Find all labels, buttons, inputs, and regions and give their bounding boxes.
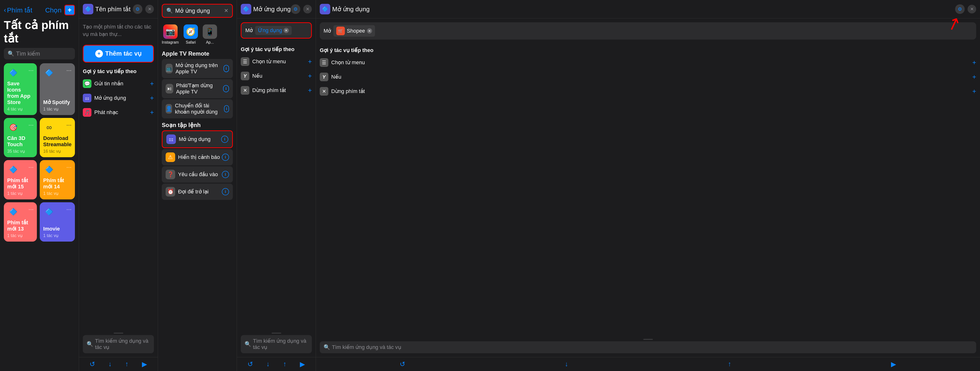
suggestion-stop[interactable]: ✕ Dừng phím tắt +: [316, 84, 980, 99]
download-button[interactable]: ↓: [565, 360, 568, 368]
search-input[interactable]: Mở ứng dụng: [175, 8, 222, 14]
bottom-search-bar[interactable]: 🔍 Tìm kiếm ứng dụng và tác vụ: [83, 335, 154, 353]
page-title: Tất cả phím tắt: [0, 17, 79, 48]
action-open-apple-tv[interactable]: 📺 Mở ứng dụng trên Apple TV i: [162, 59, 233, 78]
shortcut-phim-tat-15[interactable]: 🔷 ··· Phím tắt mới 15 1 tác vụ: [4, 160, 37, 199]
open-action-config[interactable]: Mở Ứng dụng ✕: [241, 22, 312, 38]
share-button[interactable]: ↑: [728, 360, 731, 368]
undo-button[interactable]: ↺: [247, 360, 253, 368]
more-icon[interactable]: ···: [66, 206, 72, 213]
suggestion-send-message[interactable]: 💬 Gửi tin nhắn +: [79, 77, 158, 91]
card-header: 🔷 ···: [7, 163, 33, 176]
shortcut-icon-symbol: 🔷: [322, 6, 328, 12]
bottom-search-bar[interactable]: 🔍 Tìm kiếm ứng dụng và tác vụ: [241, 335, 312, 353]
shortcut-save-icons[interactable]: 🔷 ··· Save Icons from App Store 4 tác vụ: [4, 63, 37, 115]
action-wait-return[interactable]: ⏰ Đợi để trở lại i: [162, 184, 233, 200]
suggestion-choose-menu[interactable]: ☰ Chọn từ menu +: [237, 54, 316, 69]
app-selector[interactable]: Ứng dụng ✕: [255, 26, 291, 35]
app-name: Instagram: [162, 40, 179, 45]
suggestion-choose-menu[interactable]: ☰ Chọn từ menu +: [316, 55, 980, 70]
shortcut-phim-tat-13[interactable]: 🔷 ··· Phím tắt mới 13 1 tác vụ: [4, 202, 37, 241]
suggestion-stop[interactable]: ✕ Dừng phím tắt +: [237, 83, 316, 98]
undo-button[interactable]: ↺: [400, 360, 405, 368]
modal-title[interactable]: Tên phím tắt: [95, 5, 130, 13]
suggestion-play-music[interactable]: 🎵 Phát nhạc +: [79, 105, 158, 120]
add-suggestion-button[interactable]: +: [972, 88, 976, 95]
share-button[interactable]: ↑: [283, 360, 286, 368]
play-button[interactable]: ▶: [891, 360, 896, 368]
chevron-left-icon: ‹: [4, 6, 6, 14]
download-button[interactable]: ↓: [108, 360, 112, 368]
close-button[interactable]: ✕: [145, 5, 154, 13]
more-icon[interactable]: ···: [66, 67, 72, 74]
open-action-config[interactable]: Mở 🛒 Shopee ✕: [320, 22, 976, 40]
share-button[interactable]: ↑: [125, 360, 129, 368]
search-bar[interactable]: 🔍 Tìm kiếm: [4, 48, 75, 59]
back-button[interactable]: ‹ Phím tắt: [4, 6, 32, 14]
clear-button[interactable]: ✕: [224, 8, 228, 14]
shortcut-can-3d[interactable]: 🎯 ··· Cân 3D Touch 35 tác vụ: [4, 118, 37, 157]
clear-app-icon[interactable]: ✕: [283, 28, 289, 33]
suggestion-if[interactable]: Y Nếu +: [316, 70, 980, 84]
more-icon[interactable]: ···: [29, 206, 34, 213]
more-icon[interactable]: ···: [29, 121, 34, 129]
app-other[interactable]: 📱 Ap...: [203, 24, 217, 45]
app-safari[interactable]: 🧭 Safari: [183, 24, 198, 45]
info-button[interactable]: i: [222, 188, 229, 195]
add-suggestion-button[interactable]: +: [150, 94, 154, 102]
shopee-selector[interactable]: 🛒 Shopee ✕: [333, 25, 375, 37]
circle-plus-icon: +: [95, 50, 103, 58]
action-name: Mở ứng dụng trên Apple TV: [175, 62, 223, 75]
more-icon[interactable]: ···: [66, 121, 72, 129]
shortcut-phim-tat-14[interactable]: 🔷 ··· Phím tắt mới 14 1 tác vụ: [40, 160, 75, 199]
action-play-pause-tv[interactable]: ⏯ Phát/Tạm dừng Apple TV i: [162, 79, 233, 98]
settings-button[interactable]: ⚙: [291, 4, 300, 14]
shortcut-mo-spotify[interactable]: 🔷 ··· Mở Spotify 1 tác vụ: [40, 63, 75, 115]
action-show-alert[interactable]: ⚠ Hiển thị cảnh báo i: [162, 149, 233, 165]
close-button[interactable]: ✕: [303, 5, 312, 13]
suggestion-if[interactable]: Y Nếu +: [237, 69, 316, 83]
suggestion-name: Mở ứng dụng: [94, 95, 126, 101]
search-input-container[interactable]: 🔍 Mở ứng dụng ✕: [162, 4, 233, 18]
more-icon[interactable]: ···: [29, 67, 34, 74]
choose-button[interactable]: Chọn: [45, 6, 62, 14]
search-icon: 🔍: [87, 341, 93, 347]
info-button[interactable]: i: [222, 154, 229, 161]
app-instagram[interactable]: 📷 Instagram: [162, 24, 179, 45]
info-button[interactable]: i: [223, 85, 229, 92]
info-button[interactable]: i: [224, 65, 229, 72]
settings-button[interactable]: ⚙: [133, 4, 142, 14]
shortcut-imovie[interactable]: 🔷 ··· Imovie 1 tác vụ: [40, 202, 75, 241]
open-app-panel: 🔷 Mở ứng dụng ⚙ ✕ Mở Ứng dụng ✕ Gợi ý tá…: [237, 0, 316, 371]
download-button[interactable]: ↓: [266, 360, 270, 368]
play-button[interactable]: ▶: [142, 360, 147, 368]
info-button[interactable]: i: [222, 171, 229, 178]
add-suggestion-button[interactable]: +: [308, 72, 312, 80]
add-suggestion-button[interactable]: +: [150, 80, 154, 88]
add-suggestion-button[interactable]: +: [308, 86, 312, 94]
action-name: Yêu cầu đầu vào: [178, 171, 218, 178]
suggestion-open-app[interactable]: ⚏ Mở ứng dụng +: [79, 91, 158, 105]
add-shortcut-button[interactable]: +: [64, 5, 75, 15]
clear-app-icon[interactable]: ✕: [367, 28, 372, 34]
action-switch-user[interactable]: 👤 Chuyển đổi tài khoản người dùng i: [162, 99, 233, 118]
add-suggestion-button[interactable]: +: [150, 109, 154, 116]
add-suggestion-button[interactable]: +: [972, 73, 976, 81]
info-button[interactable]: i: [224, 105, 229, 112]
settings-button[interactable]: ⚙: [955, 4, 965, 14]
card-header: 🔷 ···: [43, 206, 72, 217]
tv-icon: 📺: [165, 64, 173, 74]
close-button[interactable]: ✕: [967, 5, 976, 13]
shortcut-download-streamable[interactable]: ∞ ··· Download Streamable 16 tác vụ: [40, 118, 75, 157]
play-button[interactable]: ▶: [300, 360, 305, 368]
add-suggestion-button[interactable]: +: [308, 58, 312, 66]
undo-button[interactable]: ↺: [89, 360, 95, 368]
more-icon[interactable]: ···: [29, 163, 34, 171]
info-button[interactable]: i: [221, 136, 228, 143]
bottom-search-bar[interactable]: 🔍 Tìm kiếm ứng dụng và tác vụ: [320, 341, 976, 353]
add-action-button[interactable]: + Thêm tác vụ: [83, 45, 154, 62]
action-request-input[interactable]: ❓ Yêu cầu đầu vào i: [162, 166, 233, 182]
more-icon[interactable]: ···: [66, 163, 72, 171]
action-open-app[interactable]: ⚏ Mở ứng dụng i: [162, 130, 233, 148]
add-suggestion-button[interactable]: +: [972, 59, 976, 66]
